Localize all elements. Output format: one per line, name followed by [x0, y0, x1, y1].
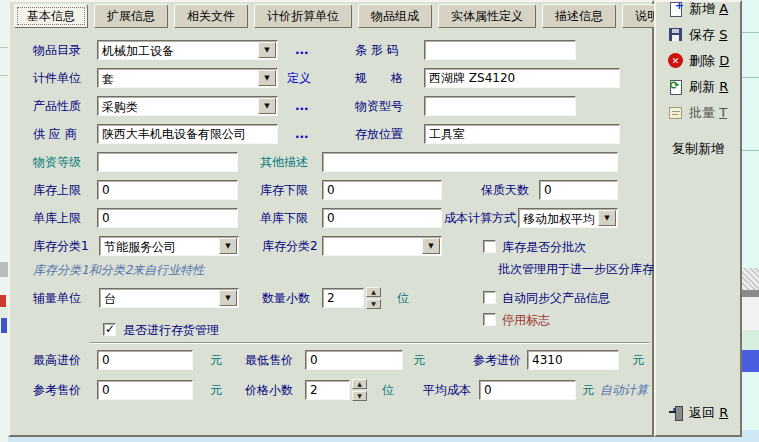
- product-nature-more-button[interactable]: ...: [295, 99, 309, 113]
- batch-note: 批次管理用于进一步区分库存: [498, 262, 654, 276]
- tab-related-files[interactable]: 相关文件: [174, 4, 248, 28]
- chevron-down-icon[interactable]: ▼: [598, 210, 616, 226]
- ref-purchase-price-input[interactable]: [527, 350, 619, 370]
- stock-class1-combo[interactable]: 节能服务公司 ▼: [99, 236, 239, 256]
- background-window-right: [742, 0, 759, 430]
- bg-hatch: [742, 268, 759, 290]
- item-catalog-more-button[interactable]: ...: [295, 43, 309, 57]
- sync-parent-checkbox[interactable]: [483, 291, 496, 304]
- bg-line: [742, 32, 759, 33]
- spinner-up-button[interactable]: ▲: [366, 287, 381, 297]
- chevron-down-icon[interactable]: ▼: [258, 42, 276, 58]
- material-model-input[interactable]: [424, 96, 576, 116]
- bg-block: [742, 297, 759, 330]
- aux-unit-value: 台: [104, 291, 116, 308]
- batch-button[interactable]: 批量 T: [668, 104, 727, 122]
- bg-line: [0, 75, 8, 76]
- price-decimals-unit: 位: [382, 383, 394, 397]
- material-model-label: 物资型号: [355, 99, 403, 113]
- item-catalog-label: 物品目录: [33, 43, 81, 57]
- batch-flag-checkbox[interactable]: [483, 240, 496, 253]
- chevron-down-icon[interactable]: ▼: [258, 70, 276, 86]
- bin-lower-limit-input[interactable]: [322, 208, 442, 228]
- piece-unit-combo[interactable]: 套 ▼: [97, 68, 278, 88]
- spinner-up-button[interactable]: ▲: [352, 379, 367, 389]
- item-catalog-combo[interactable]: 机械加工设备 ▼: [97, 40, 278, 60]
- save-icon: [668, 27, 684, 43]
- stock-lower-limit-label: 库存下限: [260, 183, 308, 197]
- cost-method-combo[interactable]: 移动加权平均 ▼: [518, 208, 618, 228]
- ref-sale-price-label: 参考售价: [33, 383, 81, 397]
- stock-upper-limit-label: 库存上限: [33, 183, 81, 197]
- stock-upper-limit-input[interactable]: [97, 180, 238, 200]
- cost-method-value: 移动加权平均: [523, 211, 595, 228]
- chevron-down-icon[interactable]: ▼: [219, 290, 237, 306]
- bg-line: [742, 77, 759, 78]
- bin-upper-limit-label: 单库上限: [33, 211, 81, 225]
- max-purchase-price-input[interactable]: [97, 350, 193, 370]
- supplier-more-button[interactable]: ...: [295, 127, 309, 141]
- cost-method-label: 成本计算方式: [444, 211, 516, 225]
- new-item-icon: +: [668, 1, 684, 17]
- spec-input[interactable]: [424, 68, 620, 88]
- bg-block: [0, 262, 8, 277]
- piece-unit-value: 套: [102, 71, 114, 88]
- tab-basic-info[interactable]: 基本信息: [14, 4, 88, 28]
- bg-block: [742, 330, 759, 350]
- chevron-down-icon[interactable]: ▼: [219, 238, 237, 254]
- refresh-icon: ⟳: [668, 79, 684, 95]
- barcode-input[interactable]: [424, 40, 576, 60]
- tab-pricing-conversion-unit[interactable]: 计价折算单位: [254, 4, 352, 28]
- delete-button[interactable]: ✕ 删除 D: [668, 52, 729, 70]
- spinner-down-button[interactable]: ▼: [352, 391, 367, 401]
- inventory-mgmt-checkbox[interactable]: [103, 323, 116, 336]
- chevron-down-icon[interactable]: ▼: [422, 238, 440, 254]
- delete-icon: ✕: [668, 53, 684, 69]
- spinner-down-button[interactable]: ▼: [366, 299, 381, 309]
- qty-decimals-unit: 位: [397, 291, 409, 305]
- back-door-icon: [668, 405, 684, 421]
- bin-upper-limit-input[interactable]: [97, 208, 238, 228]
- stock-lower-limit-input[interactable]: [322, 180, 442, 200]
- save-button[interactable]: 保存 S: [668, 26, 727, 44]
- price-decimals-input[interactable]: [305, 380, 350, 400]
- other-desc-label: 其他描述: [260, 155, 308, 169]
- chevron-down-icon[interactable]: ▼: [258, 98, 276, 114]
- tab-item-composition[interactable]: 物品组成: [358, 4, 432, 28]
- bg-line: [742, 150, 759, 151]
- shelf-days-input[interactable]: [539, 180, 618, 200]
- avg-cost-input[interactable]: [479, 380, 576, 400]
- refresh-button[interactable]: ⟳ 刷新 R: [668, 78, 728, 96]
- section-divider: [90, 342, 650, 344]
- ref-sale-price-input[interactable]: [97, 380, 193, 400]
- shelf-days-label: 保质天数: [481, 183, 529, 197]
- unit-define-link[interactable]: 定义: [287, 71, 311, 85]
- ref-purchase-price-label: 参考进价: [473, 353, 521, 367]
- qty-decimals-input[interactable]: [322, 288, 364, 308]
- tab-description-info[interactable]: 描述信息: [542, 4, 616, 28]
- piece-unit-label: 计件单位: [33, 71, 81, 85]
- product-nature-combo[interactable]: 采购类 ▼: [97, 96, 278, 116]
- storage-location-label: 存放位置: [355, 127, 403, 141]
- disabled-flag-checkbox[interactable]: [483, 313, 496, 326]
- material-grade-input[interactable]: [97, 152, 238, 172]
- stock-class2-combo[interactable]: ▼: [322, 236, 442, 256]
- tab-extended-info[interactable]: 扩展信息: [94, 4, 168, 28]
- sync-parent-label: 自动同步父产品信息: [502, 291, 610, 305]
- bg-block: [1, 318, 7, 333]
- new-button[interactable]: + 新增 A: [668, 0, 728, 18]
- toolbar-panel: + 新增 A 保存 S ✕ 删除 D ⟳ 刷新 R: [654, 0, 742, 437]
- aux-unit-combo[interactable]: 台 ▼: [99, 288, 239, 308]
- avg-cost-label: 平均成本: [423, 383, 471, 397]
- back-button[interactable]: 返回 R: [668, 404, 728, 422]
- storage-location-input[interactable]: [424, 124, 620, 144]
- copy-new-button[interactable]: 复制新增: [672, 140, 724, 158]
- min-sale-price-input[interactable]: [305, 350, 403, 370]
- bg-block: [0, 295, 6, 307]
- qty-decimals-label: 数量小数: [262, 291, 310, 305]
- other-desc-input[interactable]: [322, 152, 618, 172]
- bg-block: [742, 290, 759, 297]
- supplier-input[interactable]: [97, 124, 278, 144]
- item-editor-window: 基本信息 扩展信息 相关文件 计价折算单位 物品组成 实体属性定义 描述信息 说…: [0, 0, 759, 442]
- tab-entity-attribute-def[interactable]: 实体属性定义: [438, 4, 536, 28]
